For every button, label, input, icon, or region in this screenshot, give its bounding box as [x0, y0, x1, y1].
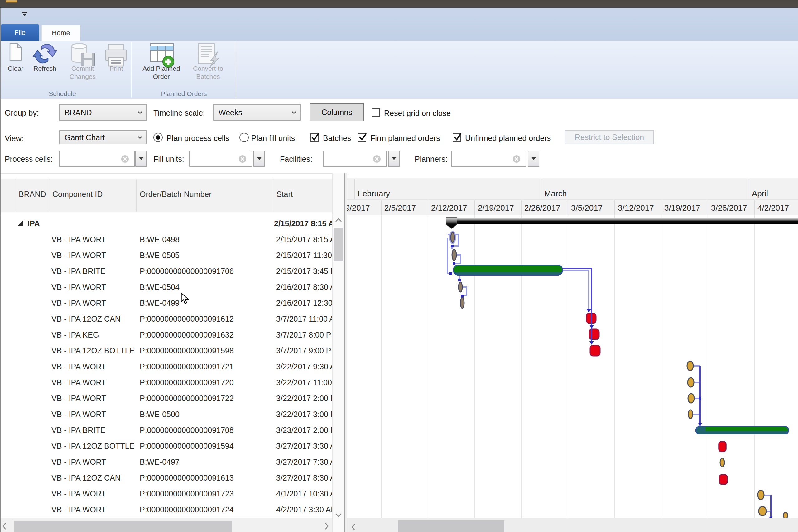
svg-text:2/12/2017: 2/12/2017 — [431, 203, 467, 212]
svg-text:3/5/2017: 3/5/2017 — [571, 203, 603, 212]
svg-text:2/26/2017: 2/26/2017 — [524, 203, 560, 212]
svg-text:1/29/2017: 1/29/2017 — [347, 203, 370, 212]
svg-text:2/19/2017: 2/19/2017 — [478, 203, 514, 212]
svg-text:3/26/2017: 3/26/2017 — [711, 203, 747, 212]
svg-text:4/2/2017: 4/2/2017 — [758, 203, 789, 212]
svg-text:March: March — [544, 189, 567, 198]
svg-text:3/19/2017: 3/19/2017 — [664, 203, 700, 212]
svg-text:April: April — [752, 189, 768, 198]
svg-text:3/12/2017: 3/12/2017 — [618, 203, 654, 212]
svg-text:2/5/2017: 2/5/2017 — [384, 203, 416, 212]
svg-text:February: February — [358, 189, 390, 198]
